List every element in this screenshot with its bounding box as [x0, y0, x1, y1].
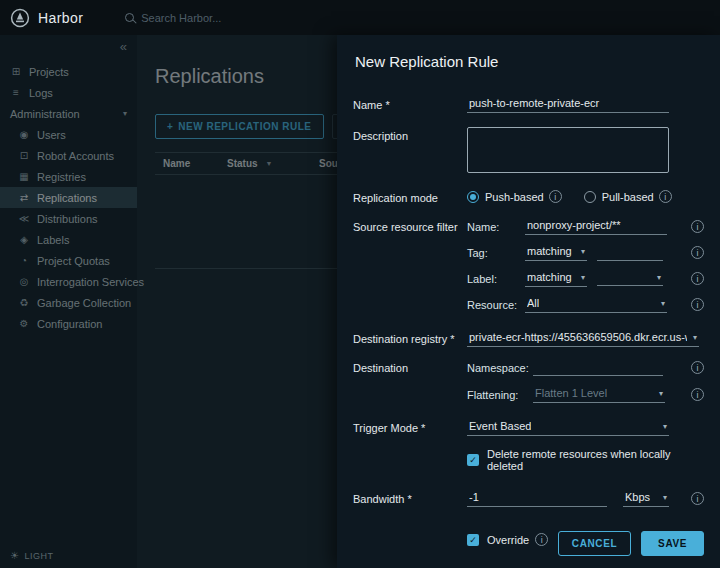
pull-based-label: Pull-based: [602, 191, 654, 203]
replication-mode-label: Replication mode: [353, 189, 467, 204]
filter-tag-info-icon[interactable]: i: [691, 246, 704, 259]
namespace-input[interactable]: [533, 359, 663, 376]
harbor-logo-icon: [10, 8, 30, 28]
filter-row-resource: Resource: All ▾ i: [467, 296, 704, 313]
global-search[interactable]: [125, 12, 291, 24]
bandwidth-label: Bandwidth *: [353, 490, 467, 507]
bandwidth-info-icon[interactable]: i: [691, 492, 704, 505]
filter-label-value-select[interactable]: ▾: [597, 272, 663, 286]
namespace-label: Namespace:: [467, 362, 533, 374]
check-icon: ✓: [469, 535, 477, 545]
override-label: Override: [487, 534, 529, 546]
bandwidth-input[interactable]: [467, 490, 607, 507]
chevron-down-icon: ▾: [663, 493, 667, 502]
trigger-mode-label: Trigger Mode *: [353, 419, 467, 436]
chevron-down-icon: ▾: [581, 273, 585, 282]
flattening-value: Flatten 1 Level: [535, 387, 607, 399]
filter-resource-label: Resource:: [467, 299, 525, 311]
override-checkbox[interactable]: ✓: [467, 534, 479, 546]
filter-row-name: Name: i: [467, 218, 704, 235]
delete-remote-checkbox[interactable]: ✓: [467, 454, 479, 466]
chevron-down-icon: ▾: [659, 389, 663, 398]
override-info-icon[interactable]: i: [535, 533, 548, 546]
namespace-info-icon[interactable]: i: [691, 361, 704, 374]
app-header: Harbor: [0, 0, 720, 35]
name-input[interactable]: [467, 96, 669, 113]
filter-row-label: Label: matching ▾ ▾ i: [467, 270, 704, 287]
destination-registry-select[interactable]: private-ecr-https://455636659506.dkr.ecr…: [467, 330, 699, 347]
chevron-down-icon: ▾: [657, 273, 661, 282]
new-replication-rule-modal: New Replication Rule Name * Description …: [337, 35, 720, 568]
filter-name-info-icon[interactable]: i: [691, 220, 704, 233]
search-icon: [125, 13, 134, 22]
filter-resource-info-icon[interactable]: i: [691, 298, 704, 311]
filter-tag-mode-value: matching: [527, 245, 572, 257]
name-label: Name *: [353, 96, 467, 113]
pull-based-info-icon[interactable]: i: [659, 190, 672, 203]
filter-tag-label: Tag:: [467, 247, 525, 259]
filter-row-tag: Tag: matching ▾ i: [467, 244, 704, 261]
brand-title: Harbor: [38, 10, 83, 26]
modal-actions: CANCEL SAVE: [558, 531, 704, 556]
bandwidth-unit-select[interactable]: Kbps ▾: [623, 490, 669, 507]
filter-label-info-icon[interactable]: i: [691, 272, 704, 285]
filter-tag-mode-select[interactable]: matching ▾: [525, 244, 587, 261]
destination-flattening-row: Flattening: Flatten 1 Level ▾ i: [467, 386, 704, 403]
push-based-radio[interactable]: [467, 191, 479, 203]
filter-label-mode-value: matching: [527, 271, 572, 283]
flattening-label: Flattening:: [467, 389, 533, 401]
delete-remote-label: Delete remote resources when locally del…: [487, 448, 698, 472]
pull-based-radio[interactable]: [584, 191, 596, 203]
flattening-info-icon[interactable]: i: [691, 388, 704, 401]
chevron-down-icon: ▾: [693, 333, 697, 342]
source-resource-filter-label: Source resource filter: [353, 218, 467, 322]
app: Harbor « ⊞ Projects ≡ Logs Administratio…: [0, 0, 720, 568]
cancel-button[interactable]: CANCEL: [558, 531, 631, 556]
filter-name-input[interactable]: [525, 218, 667, 235]
chevron-down-icon: ▾: [663, 422, 667, 431]
filter-label-label: Label:: [467, 273, 525, 285]
filter-label-mode-select[interactable]: matching ▾: [525, 270, 587, 287]
filter-resource-value: All: [527, 297, 539, 309]
search-input[interactable]: [141, 12, 291, 24]
bandwidth-unit-value: Kbps: [625, 491, 650, 503]
description-label: Description: [353, 127, 467, 173]
destination-registry-value: private-ecr-https://455636659506.dkr.ecr…: [469, 331, 687, 343]
check-icon: ✓: [469, 455, 477, 465]
modal-title: New Replication Rule: [355, 53, 704, 70]
description-textarea[interactable]: [467, 127, 669, 173]
push-based-info-icon[interactable]: i: [549, 190, 562, 203]
flattening-select[interactable]: Flatten 1 Level ▾: [533, 386, 665, 403]
trigger-mode-select[interactable]: Event Based ▾: [467, 419, 669, 436]
destination-registry-label: Destination registry *: [353, 330, 467, 347]
filter-tag-input[interactable]: [597, 244, 663, 261]
trigger-mode-value: Event Based: [469, 420, 531, 432]
destination-namespace-row: Namespace: i: [467, 359, 704, 376]
filter-name-label: Name:: [467, 221, 525, 233]
chevron-down-icon: ▾: [581, 247, 585, 256]
chevron-down-icon: ▾: [661, 299, 665, 308]
filter-resource-select[interactable]: All ▾: [525, 296, 667, 313]
push-based-label: Push-based: [485, 191, 544, 203]
save-button[interactable]: SAVE: [641, 531, 704, 556]
destination-label: Destination: [353, 359, 467, 413]
